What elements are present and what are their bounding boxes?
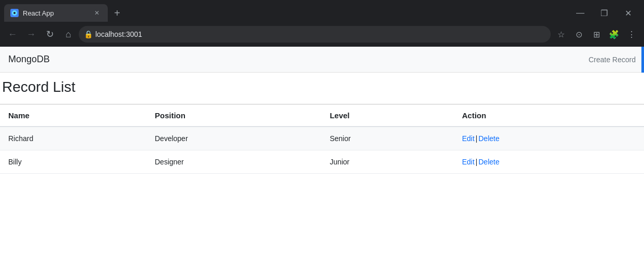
- col-header-action: Action: [454, 105, 644, 127]
- col-header-name: Name: [0, 105, 147, 127]
- page-title: Record List: [0, 73, 644, 105]
- puzzle-icon[interactable]: 🧩: [606, 26, 622, 43]
- close-button[interactable]: ✕: [616, 4, 640, 22]
- address-bar-wrapper: 🔒: [79, 26, 551, 43]
- home-button[interactable]: ⌂: [60, 26, 77, 43]
- action-cell: Edit |Delete: [462, 134, 636, 143]
- svg-point-1: [13, 12, 16, 14]
- restore-button[interactable]: ❐: [592, 4, 616, 22]
- browser-chrome: React App ✕ + — ❐ ✕ ← → ↻ ⌂ 🔒 ☆ ⊙ ⊞ 🧩 ⋮: [0, 0, 644, 47]
- right-accent-bar: [641, 47, 644, 73]
- table-row: RichardDeveloperSeniorEdit |Delete: [0, 127, 644, 150]
- cell-name: Richard: [0, 127, 147, 150]
- table-body: RichardDeveloperSeniorEdit |DeleteBillyD…: [0, 127, 644, 174]
- menu-icon[interactable]: ⋮: [623, 26, 640, 43]
- cell-action: Edit |Delete: [454, 127, 644, 150]
- action-separator: |: [476, 158, 478, 166]
- delete-link[interactable]: Delete: [478, 158, 499, 166]
- navbar: MongoDB Create Record: [0, 47, 644, 73]
- tab-bar: React App ✕ + — ❐ ✕: [0, 0, 644, 23]
- edit-link[interactable]: Edit: [462, 134, 475, 143]
- forward-button[interactable]: →: [23, 26, 39, 43]
- refresh-button[interactable]: ↻: [41, 26, 58, 43]
- create-record-link[interactable]: Create Record: [589, 56, 636, 64]
- cell-position: Designer: [147, 150, 322, 174]
- cell-position: Developer: [147, 127, 322, 150]
- tab-favicon: [10, 9, 19, 17]
- cell-level: Senior: [321, 127, 453, 150]
- tab-title: React App: [23, 9, 88, 17]
- toolbar-icons: ☆ ⊙ ⊞ 🧩 ⋮: [553, 26, 640, 43]
- lock-icon: 🔒: [84, 30, 93, 38]
- action-separator: |: [476, 134, 478, 143]
- minimize-button[interactable]: —: [568, 4, 592, 22]
- delete-link[interactable]: Delete: [478, 134, 499, 143]
- profile-icon[interactable]: ⊙: [570, 26, 587, 43]
- navbar-brand: MongoDB: [8, 54, 50, 65]
- back-button[interactable]: ←: [4, 26, 21, 43]
- edit-link[interactable]: Edit: [462, 158, 475, 166]
- col-header-position: Position: [147, 105, 322, 127]
- action-cell: Edit |Delete: [462, 158, 636, 166]
- cell-action: Edit |Delete: [454, 150, 644, 174]
- address-input[interactable]: [79, 26, 551, 43]
- window-controls: — ❐ ✕: [568, 4, 640, 22]
- table-header-row: Name Position Level Action: [0, 105, 644, 127]
- address-bar: ← → ↻ ⌂ 🔒 ☆ ⊙ ⊞ 🧩 ⋮: [0, 23, 644, 47]
- table-row: BillyDesignerJuniorEdit |Delete: [0, 150, 644, 174]
- record-table: Name Position Level Action RichardDevelo…: [0, 105, 644, 174]
- tab-close-button[interactable]: ✕: [92, 8, 102, 18]
- page-content: MongoDB Create Record Record List Name P…: [0, 47, 644, 263]
- cell-name: Billy: [0, 150, 147, 174]
- active-tab[interactable]: React App ✕: [4, 4, 108, 22]
- new-tab-button[interactable]: +: [110, 6, 124, 20]
- cell-level: Junior: [321, 150, 453, 174]
- table-header: Name Position Level Action: [0, 105, 644, 127]
- col-header-level: Level: [321, 105, 453, 127]
- extensions-icon[interactable]: ⊞: [588, 26, 605, 43]
- bookmark-icon[interactable]: ☆: [553, 26, 569, 43]
